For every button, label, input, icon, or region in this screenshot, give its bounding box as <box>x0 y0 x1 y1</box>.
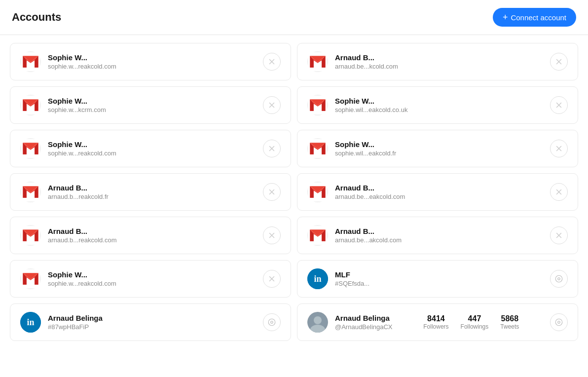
linkedin-avatar: in <box>20 312 41 333</box>
account-email: arnaud.b...reakcold.fr <box>48 193 109 200</box>
account-left: Sophie W... sophie.w...kcrm.com <box>20 95 106 115</box>
account-action-button[interactable] <box>550 313 568 331</box>
accounts-grid: Sophie W... sophie.w...reakcold.com Arna… <box>0 35 588 349</box>
account-left: Sophie W... sophie.w...reakcold.com <box>20 138 116 159</box>
account-email: #87wpHBaFiP <box>48 323 103 331</box>
account-email: arnaud.be...eakcold.com <box>335 193 405 200</box>
account-name: Arnaud B... <box>48 184 109 192</box>
account-action-button[interactable] <box>263 53 281 71</box>
account-card: Sophie W... sophie.wil...eakcold.fr <box>297 130 578 167</box>
account-name: Sophie W... <box>48 53 116 62</box>
gmail-avatar <box>20 182 41 202</box>
gmail-avatar <box>307 225 328 246</box>
account-email: arnaud.be...kcold.com <box>335 63 398 70</box>
plus-icon: + <box>503 13 508 22</box>
account-action-button[interactable] <box>263 313 281 331</box>
account-email: arnaud.be...akcold.com <box>335 236 402 244</box>
account-name: Arnaud Belinga <box>335 314 393 322</box>
account-left: Arnaud B... arnaud.b...reakcold.fr <box>20 182 109 202</box>
account-info: Arnaud B... arnaud.be...akcold.com <box>335 227 402 244</box>
svg-text:in: in <box>314 274 321 284</box>
account-left: Sophie W... sophie.w...reakcold.com <box>20 51 116 72</box>
tweets-value: 5868 <box>501 314 519 323</box>
account-name: Sophie W... <box>48 97 106 105</box>
account-info: Arnaud B... arnaud.b...reakcold.fr <box>48 184 109 200</box>
account-card: Arnaud Belinga @ArnaudBelingaCX 8414 Fol… <box>297 303 578 341</box>
account-card: Sophie W... sophie.w...reakcold.com <box>10 260 291 298</box>
account-card: Arnaud B... arnaud.b...reakcold.fr <box>10 173 291 211</box>
account-action-button[interactable] <box>550 53 568 71</box>
account-action-button[interactable] <box>550 140 568 157</box>
account-info: Arnaud Belinga @ArnaudBelingaCX <box>335 314 393 331</box>
gmail-avatar <box>307 182 328 202</box>
account-left: Arnaud B... arnaud.be...kcold.com <box>307 51 398 72</box>
account-left: Arnaud Belinga @ArnaudBelingaCX <box>307 312 393 333</box>
account-email: #SQEfsda... <box>335 280 369 287</box>
account-card: Sophie W... sophie.w...reakcold.com <box>10 43 291 80</box>
followers-value: 8414 <box>427 314 445 323</box>
account-card: Sophie W... sophie.w...kcrm.com <box>10 86 291 124</box>
account-action-button[interactable] <box>263 96 281 114</box>
account-email: sophie.w...kcrm.com <box>48 106 106 113</box>
account-action-button[interactable] <box>550 183 568 201</box>
account-email: sophie.w...reakcold.com <box>48 280 116 287</box>
gmail-avatar <box>20 51 41 72</box>
account-info: Arnaud B... arnaud.b...reakcold.com <box>48 227 116 244</box>
gmail-avatar <box>20 95 41 115</box>
account-action-button[interactable] <box>550 270 568 288</box>
account-action-button[interactable] <box>263 183 281 201</box>
svg-point-14 <box>558 278 560 280</box>
twitter-stats: 8414 Followers 447 Followings 5868 Tweet… <box>423 314 519 330</box>
account-action-button[interactable] <box>550 226 568 244</box>
connect-account-button[interactable]: + Connect account <box>493 8 576 27</box>
svg-point-20 <box>314 316 322 324</box>
account-action-button[interactable] <box>263 140 281 157</box>
account-name: Arnaud B... <box>335 227 402 235</box>
account-left: in Arnaud Belinga #87wpHBaFiP <box>20 312 103 333</box>
account-left: Arnaud B... arnaud.be...akcold.com <box>307 225 402 246</box>
account-info: MLF #SQEfsda... <box>335 270 369 287</box>
account-card: Sophie W... sophie.w...reakcold.com <box>10 130 291 167</box>
account-card: Arnaud B... arnaud.be...akcold.com <box>297 217 578 254</box>
account-card: Arnaud B... arnaud.b...reakcold.com <box>10 217 291 254</box>
account-name: Arnaud B... <box>48 227 116 235</box>
account-info: Sophie W... sophie.w...reakcold.com <box>48 140 116 157</box>
account-info: Sophie W... sophie.w...reakcold.com <box>48 270 116 287</box>
account-action-button[interactable] <box>263 270 281 288</box>
account-action-button[interactable] <box>263 226 281 244</box>
gmail-avatar <box>307 51 328 72</box>
account-name: Arnaud B... <box>335 184 405 192</box>
account-left: Arnaud B... arnaud.be...eakcold.com <box>307 182 405 202</box>
twitter-avatar <box>307 312 328 333</box>
account-email: sophie.w...reakcold.com <box>48 150 116 157</box>
page-header: Accounts + Connect account <box>0 0 588 35</box>
account-card: Arnaud B... arnaud.be...kcold.com <box>297 43 578 80</box>
linkedin-avatar: in <box>307 268 328 289</box>
account-info: Arnaud B... arnaud.be...eakcold.com <box>335 184 405 200</box>
account-info: Arnaud Belinga #87wpHBaFiP <box>48 314 103 331</box>
followings-label: Followings <box>461 323 489 330</box>
account-email: sophie.wil...eakcold.co.uk <box>335 106 407 113</box>
account-name: Sophie W... <box>48 270 116 279</box>
account-left: Arnaud B... arnaud.b...reakcold.com <box>20 225 116 246</box>
account-card: Sophie W... sophie.wil...eakcold.co.uk <box>297 86 578 124</box>
account-card: in Arnaud Belinga #87wpHBaFiP <box>10 303 291 341</box>
followers-stat: 8414 Followers <box>423 314 448 330</box>
gmail-avatar <box>307 138 328 159</box>
gmail-avatar <box>20 225 41 246</box>
account-action-button[interactable] <box>550 96 568 114</box>
account-info: Arnaud B... arnaud.be...kcold.com <box>335 53 398 70</box>
followers-label: Followers <box>423 323 448 330</box>
account-email: sophie.wil...eakcold.fr <box>335 150 396 157</box>
svg-point-17 <box>268 319 275 326</box>
account-name: Arnaud Belinga <box>48 314 103 322</box>
account-card: in MLF #SQEfsda... <box>297 260 578 298</box>
connect-account-label: Connect account <box>511 13 566 22</box>
gmail-avatar <box>307 95 328 115</box>
account-email: arnaud.b...reakcold.com <box>48 236 116 244</box>
account-card: Arnaud B... arnaud.be...eakcold.com <box>297 173 578 211</box>
tweets-stat: 5868 Tweets <box>500 314 519 330</box>
account-name: Sophie W... <box>48 140 116 149</box>
account-info: Sophie W... sophie.wil...eakcold.co.uk <box>335 97 407 113</box>
svg-point-23 <box>558 321 560 324</box>
